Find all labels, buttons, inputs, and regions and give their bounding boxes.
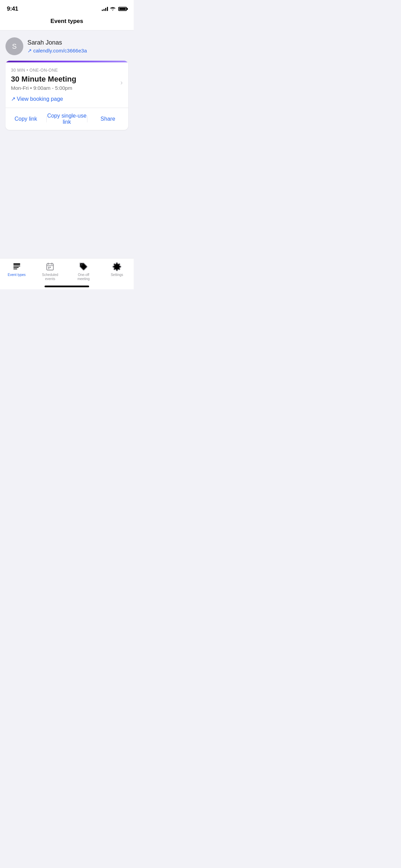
user-info: Sarah Jonas ↗ calendly.com/c3666e3a xyxy=(27,39,87,54)
user-profile: S Sarah Jonas ↗ calendly.com/c3666e3a xyxy=(5,36,128,57)
nav-label-scheduled-events: Scheduledevents xyxy=(42,273,58,281)
nav-label-one-off-meeting: One-offmeeting xyxy=(77,273,90,281)
copy-single-use-link-button[interactable]: Copy single-use link xyxy=(47,108,87,130)
svg-rect-3 xyxy=(13,268,17,269)
main-content: S Sarah Jonas ↗ calendly.com/c3666e3a 30… xyxy=(0,31,134,135)
scheduled-events-icon xyxy=(45,262,55,272)
view-booking-link[interactable]: ↗ View booking page xyxy=(11,96,123,102)
page-title: Event types xyxy=(50,18,83,24)
event-meta: 30 MIN • ONE-ON-ONE xyxy=(11,68,123,73)
status-time: 9:41 xyxy=(7,5,18,12)
avatar: S xyxy=(5,37,23,55)
signal-icon xyxy=(102,7,108,11)
chevron-right-icon: › xyxy=(120,79,123,86)
one-off-meeting-icon xyxy=(79,262,88,272)
nav-item-event-types[interactable]: Event types xyxy=(0,262,34,277)
event-title: 30 Minute Meeting xyxy=(11,75,123,84)
event-schedule: Mon-Fri • 9:00am - 5:00pm xyxy=(11,85,123,91)
svg-rect-1 xyxy=(13,266,20,266)
user-name: Sarah Jonas xyxy=(27,39,87,46)
link-arrow-icon: ↗ xyxy=(27,48,32,54)
card-actions: Copy link Copy single-use link Share xyxy=(5,108,128,130)
settings-icon xyxy=(112,262,122,272)
nav-item-one-off-meeting[interactable]: One-offmeeting xyxy=(67,262,100,281)
event-card: 30 MIN • ONE-ON-ONE 30 Minute Meeting Mo… xyxy=(5,61,128,130)
booking-link-text: View booking page xyxy=(17,96,63,102)
battery-icon xyxy=(118,7,127,11)
user-calendly-link[interactable]: ↗ calendly.com/c3666e3a xyxy=(27,48,87,54)
wifi-icon xyxy=(110,7,116,11)
booking-link-arrow-icon: ↗ xyxy=(11,96,15,102)
user-link-text: calendly.com/c3666e3a xyxy=(33,48,87,53)
svg-rect-10 xyxy=(48,268,49,269)
card-body[interactable]: 30 MIN • ONE-ON-ONE 30 Minute Meeting Mo… xyxy=(5,62,128,102)
status-bar: 9:41 xyxy=(0,0,134,15)
svg-rect-2 xyxy=(13,267,19,268)
svg-rect-9 xyxy=(50,267,51,268)
bottom-navigation: Event types Scheduledevents One-offmeeti… xyxy=(0,258,134,289)
svg-rect-0 xyxy=(13,263,20,265)
event-types-icon xyxy=(12,262,22,272)
nav-label-settings: Settings xyxy=(111,273,123,277)
nav-item-settings[interactable]: Settings xyxy=(100,262,134,277)
copy-link-button[interactable]: Copy link xyxy=(5,111,46,127)
home-indicator xyxy=(45,286,89,287)
status-icons xyxy=(102,7,127,11)
nav-label-event-types: Event types xyxy=(8,273,26,277)
page-header: Event types xyxy=(0,15,134,31)
nav-item-scheduled-events[interactable]: Scheduledevents xyxy=(34,262,67,281)
svg-rect-8 xyxy=(48,267,49,268)
share-button[interactable]: Share xyxy=(87,111,128,127)
